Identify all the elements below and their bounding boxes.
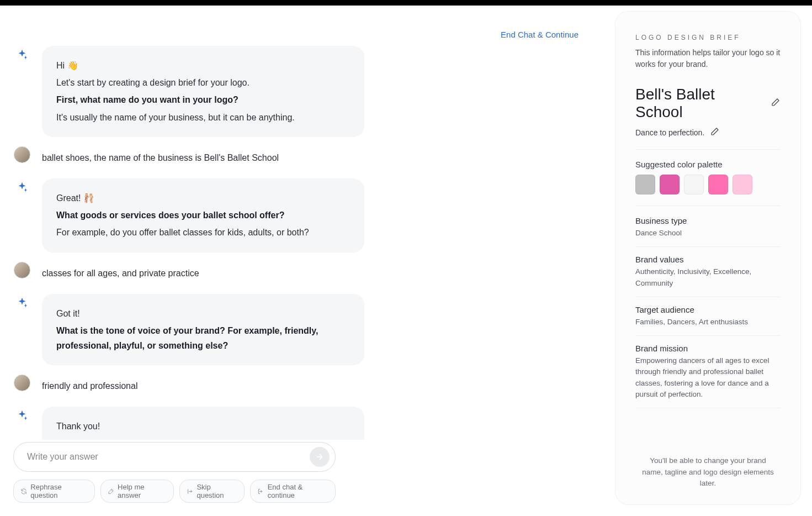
message-line: Do you have a tagline for your business?	[56, 436, 350, 440]
avatar	[14, 146, 30, 163]
brand-values-label: Brand values	[635, 255, 781, 264]
sparkle-icon	[16, 49, 28, 61]
answer-input[interactable]	[27, 452, 310, 462]
message-line: It's usually the name of your business, …	[56, 110, 350, 125]
skip-chip-label: Skip question	[197, 483, 237, 499]
message-line: First, what name do you want in your log…	[56, 92, 350, 107]
target-audience-label: Target audience	[635, 305, 781, 314]
business-type-value: Dance School	[635, 228, 781, 239]
user-message: ballet shoes, the name of the business i…	[13, 146, 364, 170]
pencil-icon	[771, 97, 781, 107]
brand-name: Bell's Ballet School	[635, 86, 765, 121]
message-bubble: classes for all ages, and private practi…	[42, 261, 364, 285]
user-message: friendly and professional	[13, 374, 364, 398]
palette-label: Suggested color palette	[635, 160, 781, 169]
bot-avatar	[13, 178, 31, 196]
refresh-icon	[20, 488, 27, 495]
color-swatch[interactable]	[684, 175, 704, 194]
bot-avatar	[13, 46, 31, 64]
message-line: What is the tone of voice of your brand?…	[56, 323, 350, 353]
send-icon	[315, 452, 324, 461]
message-line: Great! 🩰	[56, 191, 350, 206]
user-message: classes for all ages, and private practi…	[13, 261, 364, 285]
input-area: Rephrase question Help me answer Skip qu…	[13, 442, 336, 503]
business-type-block: Business type Dance School	[635, 208, 781, 247]
bot-message: Great! 🩰What goods or services does your…	[13, 178, 364, 252]
brand-values-value: Authenticity, Inclusivity, Excellence, C…	[635, 266, 781, 289]
target-audience-value: Families, Dancers, Art enthusiasts	[635, 317, 781, 328]
bot-message: Got it!What is the tone of voice of your…	[13, 294, 364, 366]
sparkle-icon	[16, 297, 28, 309]
edit-tagline-button[interactable]	[710, 127, 720, 138]
help-chip[interactable]: Help me answer	[100, 480, 174, 503]
send-button[interactable]	[310, 447, 330, 467]
brand-mission-label: Brand mission	[635, 344, 781, 353]
skip-chip[interactable]: Skip question	[179, 480, 245, 503]
suggestion-chips: Rephrase question Help me answer Skip qu…	[13, 480, 336, 503]
pencil-icon	[710, 127, 720, 136]
message-bubble: Thank you!Do you have a tagline for your…	[42, 407, 364, 440]
message-bubble: Got it!What is the tone of voice of your…	[42, 294, 364, 366]
brief-panel: LOGO DESIGN BRIEF This information helps…	[615, 11, 801, 505]
message-line: For example, do you offer ballet classes…	[56, 225, 350, 240]
brief-eyebrow: LOGO DESIGN BRIEF	[635, 34, 781, 41]
user-avatar	[13, 261, 31, 279]
business-type-label: Business type	[635, 216, 781, 225]
brand-values-block: Brand values Authenticity, Inclusivity, …	[635, 247, 781, 297]
bot-message: Hi 👋Let's start by creating a design bri…	[13, 46, 364, 137]
brief-subtext: This information helps tailor your logo …	[635, 47, 781, 70]
avatar	[14, 262, 30, 278]
tagline-row: Dance to perfection.	[635, 127, 781, 150]
brand-mission-value: Empowering dancers of all ages to excel …	[635, 355, 781, 400]
message-line: Let's start by creating a design brief f…	[56, 75, 350, 90]
color-swatch[interactable]	[708, 175, 728, 194]
color-swatch[interactable]	[635, 175, 655, 194]
color-palette	[635, 175, 781, 206]
message-line: What goods or services does your ballet …	[56, 208, 350, 223]
sparkle-icon	[16, 181, 28, 193]
answer-input-box	[13, 442, 336, 472]
avatar	[14, 375, 30, 391]
bot-avatar	[13, 294, 31, 312]
message-line: Thank you!	[56, 419, 350, 434]
tagline-text: Dance to perfection.	[635, 128, 704, 137]
user-avatar	[13, 374, 31, 392]
messages-list: Hi 👋Let's start by creating a design bri…	[13, 46, 596, 440]
color-swatch[interactable]	[733, 175, 752, 194]
message-bubble: ballet shoes, the name of the business i…	[42, 146, 364, 170]
end-chip[interactable]: End chat & continue	[250, 480, 336, 503]
target-audience-block: Target audience Families, Dancers, Art e…	[635, 297, 781, 336]
message-bubble: friendly and professional	[42, 374, 364, 398]
end-chat-link[interactable]: End Chat & Continue	[13, 17, 596, 46]
brand-name-row: Bell's Ballet School	[635, 86, 781, 121]
message-line: classes for all ages, and private practi…	[42, 266, 364, 281]
rephrase-chip-label: Rephrase question	[30, 483, 87, 499]
message-line: Hi 👋	[56, 58, 350, 73]
user-avatar	[13, 146, 31, 164]
message-line: Got it!	[56, 306, 350, 321]
color-swatch[interactable]	[660, 175, 680, 194]
app-container: End Chat & Continue Hi 👋Let's start by c…	[0, 6, 812, 516]
help-chip-label: Help me answer	[118, 483, 167, 499]
bot-message: Thank you!Do you have a tagline for your…	[13, 407, 364, 440]
rephrase-chip[interactable]: Rephrase question	[13, 480, 95, 503]
topbar	[0, 0, 812, 6]
message-line: friendly and professional	[42, 378, 364, 393]
skip-icon	[187, 488, 193, 495]
chat-panel: End Chat & Continue Hi 👋Let's start by c…	[0, 6, 609, 516]
end-chip-label: End chat & continue	[268, 483, 328, 499]
bot-avatar	[13, 407, 31, 424]
sparkle-icon	[16, 409, 28, 422]
message-bubble: Great! 🩰What goods or services does your…	[42, 178, 364, 252]
edit-brand-name-button[interactable]	[771, 97, 781, 109]
message-bubble: Hi 👋Let's start by creating a design bri…	[42, 46, 364, 137]
wand-icon	[108, 488, 114, 495]
brand-mission-block: Brand mission Empowering dancers of all …	[635, 336, 781, 408]
message-line: ballet shoes, the name of the business i…	[42, 150, 364, 165]
brief-footer-note: You'll be able to change your brand name…	[635, 455, 781, 489]
exit-icon	[257, 488, 264, 495]
